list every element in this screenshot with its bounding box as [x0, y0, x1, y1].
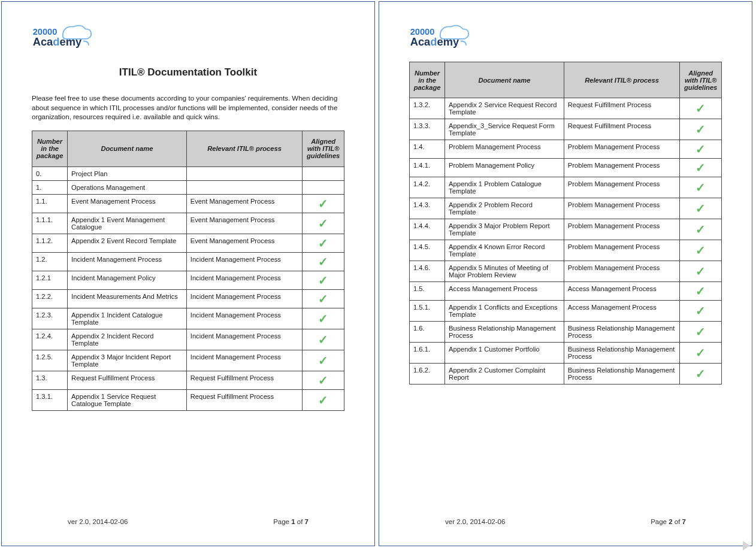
cell-aligned: ✓ [303, 271, 344, 289]
svg-text:Academy: Academy [33, 35, 82, 48]
checkmark-icon: ✓ [318, 354, 328, 367]
table-row: 1.2.Incident Management ProcessIncident … [32, 252, 344, 271]
cell-docname: Event Management Process [68, 194, 187, 213]
checkmark-icon: ✓ [695, 223, 706, 236]
table-row: 1.4.Problem Management ProcessProblem Ma… [410, 140, 722, 159]
cell-aligned: ✓ [303, 371, 344, 389]
table-header-row: Number in the package Document name Rele… [410, 62, 722, 98]
table-row: 1.3.3.Appendix_3_Service Request Form Te… [410, 119, 722, 140]
table-row: 1.4.2.Appendix 1 Problem Catalogue Templ… [410, 177, 722, 198]
table-row: 1.5.1.Appendix 1 Conflicts and Exception… [410, 301, 722, 322]
cell-docname: Appendix 2 Problem Record Template [445, 198, 564, 219]
cell-process: Incident Management Process [186, 271, 303, 289]
cell-number: 1.4.2. [410, 177, 445, 198]
table-row: 1.4.5.Appendix 4 Known Error Record Temp… [410, 240, 722, 261]
cell-docname: Incident Management Policy [68, 271, 187, 289]
cell-process: Business Relationship Management Process [564, 364, 680, 385]
cell-aligned: ✓ [680, 140, 722, 159]
cell-aligned: ✓ [303, 252, 344, 271]
table-row: 1.5.Access Management ProcessAccess Mana… [410, 282, 722, 301]
cell-number: 1.2.5. [32, 350, 68, 371]
table-row: 1.4.6.Appendix 5 Minutes of Meeting of M… [410, 261, 722, 282]
cell-process: Business Relationship Management Process [564, 322, 680, 343]
cell-aligned: ✓ [303, 289, 344, 308]
table-row: 1.3.Request Fulfillment ProcessRequest F… [32, 371, 344, 389]
table-row: 1.1.Event Management ProcessEvent Manage… [32, 194, 344, 213]
cell-aligned: ✓ [303, 194, 344, 213]
checkmark-icon: ✓ [318, 292, 328, 305]
col-docname: Document name [68, 131, 187, 166]
checkmark-icon: ✓ [695, 202, 706, 215]
cell-process: Request Fulfillment Process [564, 119, 680, 140]
cell-number: 0. [32, 166, 68, 180]
cell-number: 1.3.1. [32, 389, 68, 410]
footer-page2: ver 2.0, 2014-02-06 Page 2 of 7 [409, 518, 722, 525]
cell-process: Problem Management Process [564, 140, 680, 159]
checkmark-icon: ✓ [695, 284, 706, 298]
cell-number: 1.6. [410, 322, 445, 343]
cell-process: Business Relationship Management Process [564, 343, 680, 364]
cell-process [186, 166, 303, 180]
checkmark-icon: ✓ [695, 181, 706, 194]
cell-aligned: ✓ [680, 261, 722, 282]
checkmark-icon: ✓ [318, 237, 328, 250]
cell-aligned: ✓ [680, 282, 722, 301]
cell-aligned: ✓ [303, 213, 344, 234]
checkmark-icon: ✓ [695, 123, 706, 136]
checkmark-icon: ✓ [318, 274, 328, 287]
table-row: 1.2.3.Appendix 1 Incident Catalogue Temp… [32, 308, 344, 329]
table-row: 1.1.2.Appendix 2 Event Record TemplateEv… [32, 234, 344, 252]
col-docname: Document name [445, 62, 564, 98]
page-spread: 20000 Academy ITIL® Documentation Toolki… [0, 0, 756, 547]
table-row: 1.4.1.Problem Management PolicyProblem M… [410, 159, 722, 177]
cell-docname: Appendix 2 Service Request Record Templa… [445, 98, 564, 119]
col-aligned: Aligned with ITIL® guidelines [303, 131, 344, 166]
cell-process: Problem Management Process [564, 198, 680, 219]
next-page-arrow-icon[interactable] [740, 540, 752, 552]
cell-docname: Operations Management [68, 180, 187, 194]
col-number: Number in the package [410, 62, 445, 98]
checkmark-icon: ✓ [318, 393, 328, 407]
cell-process: Incident Management Process [186, 350, 303, 371]
doc-table-page1: Number in the package Document name Rele… [32, 131, 344, 411]
cell-number: 1.4.3. [410, 198, 445, 219]
page-number: Page 1 of 7 [273, 518, 309, 525]
cell-number: 1. [32, 180, 68, 194]
version-text: ver 2.0, 2014-02-06 [68, 518, 128, 525]
intro-text: Please feel free to use these documents … [32, 94, 344, 122]
cell-aligned: ✓ [303, 234, 344, 252]
table-row: 1.4.4.Appendix 3 Major Problem Report Te… [410, 219, 722, 240]
cell-number: 1.2.1 [32, 271, 68, 289]
table-row: 1.6.2.Appendix 2 Customer Complaint Repo… [410, 364, 722, 385]
cell-process: Problem Management Process [564, 177, 680, 198]
cell-process: Request Fulfillment Process [186, 389, 303, 410]
cell-process: Problem Management Process [564, 240, 680, 261]
cell-aligned: ✓ [680, 240, 722, 261]
table-row: 1.2.1Incident Management PolicyIncident … [32, 271, 344, 289]
cell-docname: Appendix 1 Event Management Catalogue [68, 213, 187, 234]
cell-number: 1.2.4. [32, 329, 68, 350]
cell-aligned: ✓ [680, 177, 722, 198]
table-row: 1.6.Business Relationship Management Pro… [410, 322, 722, 343]
cell-docname: Appendix 1 Problem Catalogue Template [445, 177, 564, 198]
doc-title: ITIL® Documentation Toolkit [32, 66, 344, 78]
cell-docname: Project Plan [68, 166, 187, 180]
doc-table-page2: Number in the package Document name Rele… [409, 62, 722, 385]
col-aligned: Aligned with ITIL® guidelines [680, 62, 722, 98]
cell-number: 1.3.3. [410, 119, 445, 140]
checkmark-icon: ✓ [318, 374, 328, 387]
page-number: Page 2 of 7 [651, 518, 686, 525]
cell-process: Access Management Process [564, 282, 680, 301]
table-row: 1.3.2.Appendix 2 Service Request Record … [410, 98, 722, 119]
cell-process: Problem Management Process [564, 159, 680, 177]
cell-docname: Business Relationship Management Process [445, 322, 564, 343]
cell-number: 1.4.6. [410, 261, 445, 282]
cell-number: 1.2.3. [32, 308, 68, 329]
cell-number: 1.5.1. [410, 301, 445, 322]
cell-docname: Appendix 2 Incident Record Template [68, 329, 187, 350]
cell-aligned: ✓ [680, 343, 722, 364]
cell-number: 1.1.1. [32, 213, 68, 234]
cell-number: 1.4. [410, 140, 445, 159]
cell-docname: Access Management Process [445, 282, 564, 301]
cell-number: 1.5. [410, 282, 445, 301]
